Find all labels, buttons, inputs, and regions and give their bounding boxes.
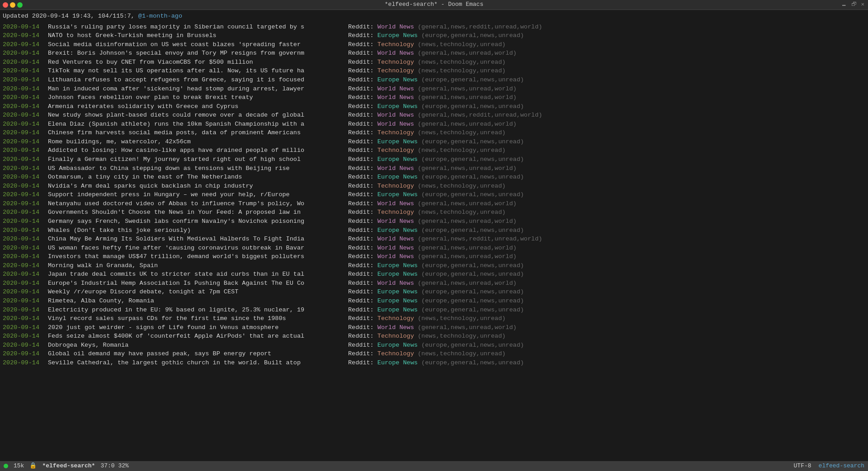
feed-row[interactable]: 2020-09-14 Johnson faces rebellion over …	[3, 93, 865, 102]
feed-title[interactable]: Addicted to losing: How casino-like apps…	[48, 146, 346, 155]
feed-title[interactable]: TikTok may not sell its US operations af…	[48, 66, 346, 75]
feed-title[interactable]: Governments Shouldn't Choose the News in…	[48, 208, 346, 217]
feed-title[interactable]: Europe's Industrial Hemp Association Is …	[48, 279, 346, 288]
feed-tags: (general,news,unread,world)	[414, 280, 517, 287]
feed-title[interactable]: Netanyahu used doctored video of Abbas t…	[48, 199, 346, 208]
feed-title[interactable]: Finally a German citizen! My journey sta…	[48, 155, 346, 164]
close-button[interactable]	[3, 2, 8, 8]
feed-row[interactable]: 2020-09-14 Rome buildings, me, watercolo…	[3, 137, 865, 146]
feed-name: Technology	[377, 67, 414, 74]
feed-row[interactable]: 2020-09-14 Red Ventures to buy CNET from…	[3, 58, 865, 67]
feed-row[interactable]: 2020-09-14 Lithuania refuses to accept r…	[3, 75, 865, 85]
feed-title[interactable]: New study shows plant-based diets could …	[48, 111, 346, 120]
feed-row[interactable]: 2020-09-14 TikTok may not sell its US op…	[3, 66, 865, 75]
feed-title[interactable]: Red Ventures to buy CNET from ViacomCBS …	[48, 58, 346, 67]
feed-tags: (general,news,unread,world)	[414, 253, 517, 260]
feed-title[interactable]: Lithuania refuses to accept refugees fro…	[48, 75, 346, 85]
feed-row[interactable]: 2020-09-14 Global oil demand may have pa…	[3, 349, 865, 358]
feed-row[interactable]: 2020-09-14 Europe's Industrial Hemp Asso…	[3, 279, 865, 288]
feed-title[interactable]: Investors that manage US$47 trillion, de…	[48, 252, 346, 261]
feed-title[interactable]: Seville Cathedral, the largest gothic ch…	[48, 358, 346, 367]
feed-row[interactable]: 2020-09-14 US woman faces hefty fine aft…	[3, 244, 865, 253]
feed-row[interactable]: 2020-09-14 Ootmarsum, a tiny city in the…	[3, 173, 865, 182]
feed-row[interactable]: 2020-09-14 NATO to host Greek-Turkish me…	[3, 31, 865, 40]
feed-row[interactable]: 2020-09-14 Seville Cathedral, the larges…	[3, 358, 865, 367]
feed-row[interactable]: 2020-09-14 Whales (Don't take this joke …	[3, 226, 865, 235]
feed-title[interactable]: US Ambassador to China stepping down as …	[48, 164, 346, 173]
feed-title[interactable]: Elena Diaz (Spanish athlete) runs the 10…	[48, 120, 346, 129]
feed-title[interactable]: Chinese firm harvests social media posts…	[48, 128, 346, 137]
feed-date: 2020-09-14	[3, 279, 48, 288]
feed-title[interactable]: Japan trade deal commits UK to stricter …	[48, 270, 346, 279]
feed-title[interactable]: Global oil demand may have passed peak, …	[48, 349, 346, 358]
feed-row[interactable]: 2020-09-14 Social media disinformation o…	[3, 40, 865, 49]
feed-row[interactable]: 2020-09-14 Rimetea, Alba County, Romania…	[3, 297, 865, 306]
feed-row[interactable]: 2020-09-14 Investors that manage US$47 t…	[3, 252, 865, 261]
feed-date: 2020-09-14	[3, 40, 48, 49]
feed-title[interactable]: Russia's ruling party loses majority in …	[48, 23, 346, 32]
win-ctrl-2: 🗗	[851, 1, 857, 9]
feed-title[interactable]: Nvidia's Arm deal sparks quick backlash …	[48, 182, 346, 191]
feed-row[interactable]: 2020-09-14 Germany says French, Swedish …	[3, 217, 865, 226]
feed-row[interactable]: 2020-09-14 Morning walk in Granada, Spai…	[3, 261, 865, 270]
feed-row[interactable]: 2020-09-14 Addicted to losing: How casin…	[3, 146, 865, 155]
feed-date: 2020-09-14	[3, 49, 48, 58]
feed-title[interactable]: 2020 just got weirder - signs of Life fo…	[48, 323, 346, 332]
feed-tags: (general,news,reddit,unread,world)	[414, 236, 542, 242]
feed-row[interactable]: 2020-09-14 Electricity produced in the E…	[3, 306, 865, 315]
feed-row[interactable]: 2020-09-14 Weekly /r/europe Discord deba…	[3, 287, 865, 297]
feed-date: 2020-09-14	[3, 349, 48, 358]
feed-title[interactable]: Man in induced coma after 'sickening' he…	[48, 85, 346, 94]
feed-title[interactable]: Morning walk in Granada, Spain	[48, 261, 346, 270]
feed-date: 2020-09-14	[3, 75, 48, 85]
feed-name: Technology	[377, 209, 414, 216]
feed-row[interactable]: 2020-09-14 Man in induced coma after 'si…	[3, 85, 865, 94]
feed-row[interactable]: 2020-09-14 Governments Shouldn't Choose …	[3, 208, 865, 217]
feed-title[interactable]: Rimetea, Alba County, Romania	[48, 297, 346, 306]
feed-title[interactable]: Feds seize almost $400K of 'counterfeit …	[48, 332, 346, 341]
title-bar: *elfeed-search* - Doom Emacs 🗕 🗗 ✕	[0, 0, 868, 10]
feed-source: Reddit: Technology (news,technology,unre…	[348, 146, 505, 155]
feed-title[interactable]: Whales (Don't take this joke seriously)	[48, 226, 346, 235]
feed-title[interactable]: Electricity produced in the EU: 9% based…	[48, 306, 346, 315]
feed-row[interactable]: 2020-09-14 New study shows plant-based d…	[3, 111, 865, 120]
feed-title[interactable]: Rome buildings, me, watercolor, 42x56cm	[48, 137, 346, 146]
feed-row[interactable]: 2020-09-14 Japan trade deal commits UK t…	[3, 270, 865, 279]
feed-title[interactable]: Vinyl record sales surpass CDs for the f…	[48, 314, 346, 323]
feed-date: 2020-09-14	[3, 341, 48, 350]
feed-title[interactable]: Germany says French, Swedish labs confir…	[48, 217, 346, 226]
feed-row[interactable]: 2020-09-14 Nvidia's Arm deal sparks quic…	[3, 182, 865, 191]
feed-row[interactable]: 2020-09-14 China May Be Arming Its Soldi…	[3, 235, 865, 244]
feed-title[interactable]: Ootmarsum, a tiny city in the east of Th…	[48, 173, 346, 182]
feed-name: World News	[377, 218, 414, 225]
feed-row[interactable]: 2020-09-14 Vinyl record sales surpass CD…	[3, 314, 865, 323]
feed-title[interactable]: Armenia reiterates solidarity with Greec…	[48, 102, 346, 111]
feed-title[interactable]: Support independent press in Hungary – w…	[48, 190, 346, 199]
feed-source: Reddit: Europe News (europe,general,news…	[348, 341, 524, 350]
feed-row[interactable]: 2020-09-14 Netanyahu used doctored video…	[3, 199, 865, 208]
feed-row[interactable]: 2020-09-14 Finally a German citizen! My …	[3, 155, 865, 164]
maximize-button[interactable]	[17, 2, 23, 8]
feed-title[interactable]: Dobrogea Keys, Romania	[48, 341, 346, 350]
feed-row[interactable]: 2020-09-14 Support independent press in …	[3, 190, 865, 199]
feed-row[interactable]: 2020-09-14 Armenia reiterates solidarity…	[3, 102, 865, 111]
feed-row[interactable]: 2020-09-14 Russia's ruling party loses m…	[3, 23, 865, 32]
feed-title[interactable]: Brexit: Boris Johnson's special envoy an…	[48, 49, 346, 58]
feed-row[interactable]: 2020-09-14 2020 just got weirder - signs…	[3, 323, 865, 332]
feed-title[interactable]: NATO to host Greek-Turkish meeting in Br…	[48, 31, 346, 40]
feed-row[interactable]: 2020-09-14 Dobrogea Keys, Romania Reddit…	[3, 341, 865, 350]
minimize-button[interactable]	[10, 2, 15, 8]
feed-row[interactable]: 2020-09-14 US Ambassador to China steppi…	[3, 164, 865, 173]
feed-title[interactable]: Weekly /r/europe Discord debate, tonight…	[48, 287, 346, 297]
feed-title[interactable]: Social media disinformation on US west c…	[48, 40, 346, 49]
feed-source: Reddit: Technology (news,technology,unre…	[348, 208, 505, 217]
feed-name: Europe News	[377, 227, 418, 234]
feed-title[interactable]: China May Be Arming Its Soldiers With Me…	[48, 235, 346, 244]
feed-row[interactable]: 2020-09-14 Chinese firm harvests social …	[3, 128, 865, 137]
feed-row[interactable]: 2020-09-14 Feds seize almost $400K of 'c…	[3, 332, 865, 341]
feed-title[interactable]: Johnson faces rebellion over plan to bre…	[48, 93, 346, 102]
feed-row[interactable]: 2020-09-14 Brexit: Boris Johnson's speci…	[3, 49, 865, 58]
feed-row[interactable]: 2020-09-14 Elena Diaz (Spanish athlete) …	[3, 120, 865, 129]
feed-title[interactable]: US woman faces hefty fine after 'causing…	[48, 244, 346, 253]
feed-tags: (news,technology,unread)	[414, 59, 506, 66]
